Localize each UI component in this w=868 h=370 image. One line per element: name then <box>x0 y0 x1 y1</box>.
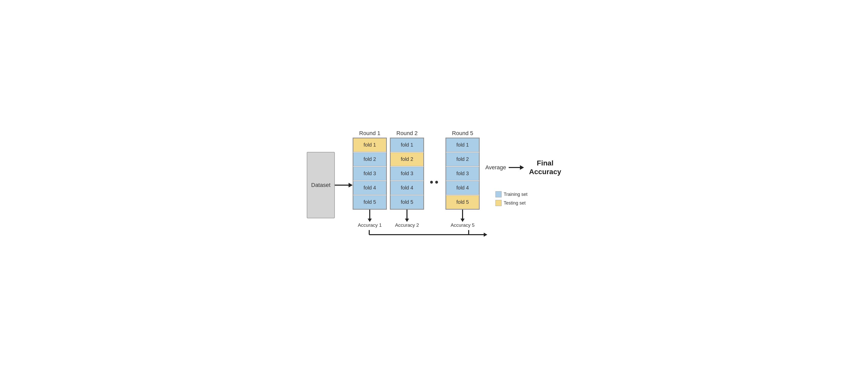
round-5-fold-1: fold 1 <box>446 138 479 152</box>
rounds-row: Round 1 fold 1 fold 2 fold 3 fold 4 fold… <box>353 130 479 228</box>
round-2-folds: fold 1 fold 2 fold 3 fold 4 fold 5 <box>390 138 424 210</box>
round-1-fold-5: fold 5 <box>353 195 386 209</box>
round-5-fold-2: fold 2 <box>446 152 479 166</box>
dataset-arrow <box>335 181 353 189</box>
round-1-fold-2: fold 2 <box>353 152 386 166</box>
round-1-folds: fold 1 fold 2 fold 3 fold 4 fold 5 <box>353 138 387 210</box>
legend: Training set Testing set <box>495 191 561 206</box>
round-1-fold-3: fold 3 <box>353 167 386 180</box>
round-2-col: Round 2 fold 1 fold 2 fold 3 fold 4 fold… <box>390 130 424 228</box>
round-2-fold-5: fold 5 <box>391 195 424 209</box>
round-2-fold-3: fold 3 <box>391 167 424 180</box>
round-2-fold-4: fold 4 <box>391 181 424 195</box>
round-5-accuracy: Accuracy 5 <box>451 222 474 228</box>
round-1-accuracy: Accuracy 1 <box>358 222 382 228</box>
round-1-label: Round 1 <box>359 130 380 137</box>
svg-marker-4 <box>484 233 487 237</box>
round-5-fold-3: fold 3 <box>446 167 479 180</box>
dots-separator: •• <box>427 130 442 214</box>
round-5-fold-5: fold 5 <box>446 195 479 209</box>
dataset-label: Dataset <box>311 182 331 189</box>
average-arrow <box>509 164 524 171</box>
average-row: Average Final Accuracy <box>485 159 561 176</box>
legend-blue-box <box>495 191 502 197</box>
round-1-down-arrow-line <box>369 210 370 219</box>
round-1-col: Round 1 fold 1 fold 2 fold 3 fold 4 fold… <box>353 130 387 228</box>
round-1-fold-1: fold 1 <box>353 138 386 152</box>
legend-testing: Testing set <box>495 200 561 206</box>
round-2-fold-2: fold 2 <box>391 152 424 166</box>
legend-training-label: Training set <box>504 192 527 197</box>
final-accuracy: Final Accuracy <box>529 159 561 176</box>
diagram-container: Dataset Round 1 fold 1 fold 2 fold 3 fol… <box>291 120 577 251</box>
round-5-fold-4: fold 4 <box>446 181 479 195</box>
round-5-col: Round 5 fold 1 fold 2 fold 3 fold 4 fold… <box>445 130 479 228</box>
round-2-fold-1: fold 1 <box>391 138 424 152</box>
legend-yellow-box <box>495 200 502 206</box>
bracket-svg <box>353 230 485 239</box>
round-5-down-arrow-line <box>462 210 463 219</box>
round-5-folds: fold 1 fold 2 fold 3 fold 4 fold 5 <box>445 138 479 210</box>
legend-training: Training set <box>495 191 561 197</box>
round-2-down-arrow-line <box>406 210 407 219</box>
rounds-and-bracket: Round 1 fold 1 fold 2 fold 3 fold 4 fold… <box>353 130 485 240</box>
dataset-box: Dataset <box>307 152 335 218</box>
average-final-section: Average Final Accuracy Training set Test… <box>485 164 561 206</box>
round-2-label: Round 2 <box>397 130 418 137</box>
dots-label: •• <box>430 176 440 188</box>
average-label: Average <box>485 164 506 171</box>
legend-testing-label: Testing set <box>504 200 526 206</box>
round-2-accuracy: Accuracy 2 <box>395 222 419 228</box>
bracket-container <box>353 230 485 240</box>
round-5-label: Round 5 <box>452 130 473 137</box>
round-1-fold-4: fold 4 <box>353 181 386 195</box>
